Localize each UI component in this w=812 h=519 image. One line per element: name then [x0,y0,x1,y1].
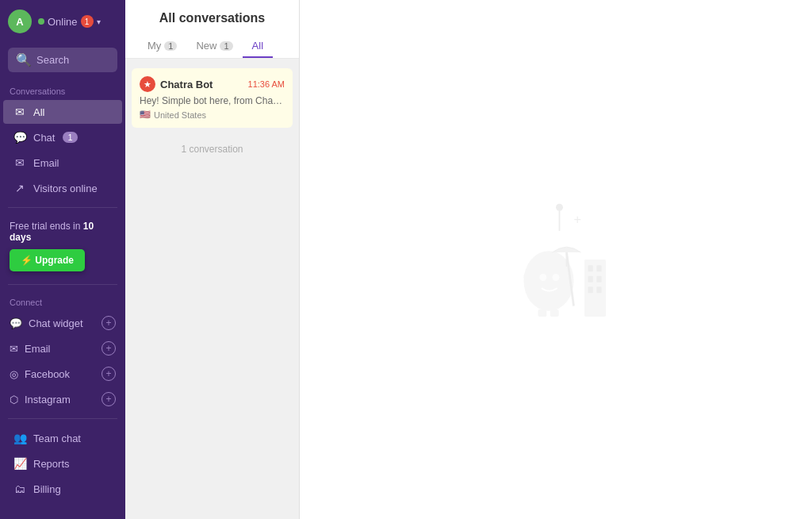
svg-rect-9 [588,265,593,271]
svg-point-5 [553,274,560,281]
visitors-icon: ↗ [13,182,27,194]
svg-rect-10 [596,265,601,271]
instagram-icon: ⬡ [10,394,18,406]
search-box[interactable]: 🔍 [8,48,117,72]
billing-icon: 🗂 [13,482,27,495]
conversation-time: 11:36 AM [248,79,285,89]
tab-new[interactable]: New 1 [186,35,242,58]
tab-my[interactable]: My 1 [138,35,186,58]
facebook-icon: ◎ [10,368,18,380]
svg-rect-17 [550,309,559,317]
connect-item-chat-widget[interactable]: 💬 Chat widget + [0,310,125,336]
flag-icon: 🇺🇸 [140,110,151,120]
sidebar-item-billing-label: Billing [33,483,61,495]
sidebar-item-visitors-label: Visitors online [33,183,98,194]
team-chat-icon: 👥 [13,432,27,444]
sidebar-item-email[interactable]: ✉ Email [3,151,122,175]
sidebar: A Online 1 ▾ 🔍 Conversations ✉ All 💬 Cha… [0,0,125,519]
svg-rect-13 [588,286,593,293]
chat-widget-icon: 💬 [10,317,22,329]
connect-item-instagram[interactable]: ⬡ Instagram + [0,386,125,412]
sidebar-header: A Online 1 ▾ [0,0,125,43]
empty-state-illustration: + [485,188,627,331]
sidebar-item-chat[interactable]: 💬 Chat 1 [3,125,122,149]
main-content: + [300,0,812,519]
sidebar-item-billing[interactable]: 🗂 Billing [3,477,122,501]
add-email-icon[interactable]: + [102,341,116,356]
location-label: United States [154,110,206,120]
svg-point-1 [556,204,563,211]
tab-new-badge: 1 [220,41,232,51]
sidebar-item-team-chat[interactable]: 👥 Team chat [3,426,122,450]
table-row[interactable]: ★ Chatra Bot 11:36 AM Hey! Simple bot he… [132,68,293,128]
tab-my-label: My [147,40,161,52]
status-badge[interactable]: Online 1 ▾ [38,15,101,28]
sidebar-item-team-chat-label: Team chat [33,432,81,444]
divider-3 [8,418,117,419]
chat-widget-label: Chat widget [29,317,83,329]
avatar[interactable]: A [8,10,32,33]
email-connect-label: Email [25,343,51,355]
email-connect-icon: ✉ [10,343,18,355]
panel-title: All conversations [138,11,286,25]
status-label: Online [48,16,78,28]
conversations-panel: All conversations My 1 New 1 All ★ Chatr… [125,0,300,519]
facebook-label: Facebook [25,368,70,380]
connect-section-label: Connect [0,291,125,310]
tab-all[interactable]: All [243,35,273,58]
divider-2 [8,284,117,285]
reports-icon: 📈 [13,457,27,470]
trial-section: Free trial ends in 10 days ⚡ Upgrade [0,214,125,278]
sidebar-item-all-label: All [33,106,44,118]
svg-text:+: + [574,212,581,226]
add-facebook-icon[interactable]: + [102,367,116,381]
notification-badge: 1 [81,15,94,28]
divider-1 [8,207,117,208]
sidebar-item-email-label: Email [33,157,59,169]
search-input[interactable] [36,54,109,66]
email-icon: ✉ [13,156,27,169]
sidebar-item-visitors[interactable]: ↗ Visitors online [3,176,122,200]
sidebar-item-reports[interactable]: 📈 Reports [3,452,122,475]
all-icon: ✉ [13,106,27,118]
svg-rect-12 [596,276,601,283]
svg-rect-15 [524,274,535,279]
status-dot [38,18,44,25]
svg-rect-11 [588,276,593,283]
add-chat-widget-icon[interactable]: + [102,316,116,330]
tab-all-label: All [252,40,263,52]
panel-header: All conversations My 1 New 1 All [125,0,299,59]
tabs: My 1 New 1 All [138,35,286,58]
conversation-count: 1 conversation [125,131,299,167]
conversations-section-label: Conversations [0,80,125,99]
upgrade-button[interactable]: ⚡ Upgrade [10,249,85,271]
svg-point-4 [539,274,546,281]
sidebar-item-all[interactable]: ✉ All [3,100,122,124]
conversation-location: 🇺🇸 United States [140,110,285,120]
svg-rect-16 [538,309,547,317]
conversations-list: ★ Chatra Bot 11:36 AM Hey! Simple bot he… [125,59,299,519]
bot-icon: ★ [140,76,155,92]
search-icon: 🔍 [16,52,32,67]
svg-rect-14 [596,286,601,293]
instagram-label: Instagram [25,394,71,406]
empty-illustration: + [485,188,627,331]
tab-my-badge: 1 [164,41,177,51]
chevron-down-icon: ▾ [97,17,101,26]
sidebar-item-chat-label: Chat [33,132,55,144]
trial-text: Free trial ends in 10 days [10,221,116,243]
tab-new-label: New [196,40,216,52]
chat-icon: 💬 [13,131,27,144]
svg-rect-8 [584,260,606,317]
sidebar-item-reports-label: Reports [33,458,70,470]
chat-badge: 1 [63,132,77,143]
connect-item-email[interactable]: ✉ Email + [0,336,125,361]
conversation-preview: Hey! Simple bot here, from Chatr... [140,95,285,106]
conversation-name: Chatra Bot [160,79,213,90]
add-instagram-icon[interactable]: + [102,392,116,406]
connect-item-facebook[interactable]: ◎ Facebook + [0,361,125,386]
